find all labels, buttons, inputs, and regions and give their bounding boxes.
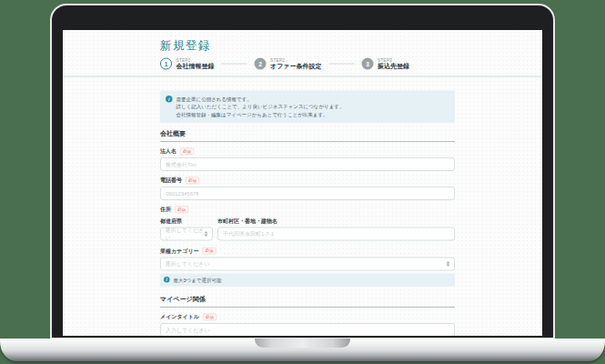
- step-3-name: 振込先登録: [378, 63, 409, 70]
- stepper-step-1[interactable]: 1 STEP1 会社情報登録: [160, 58, 215, 70]
- industry-hint: i 最大3つまで選択可能: [160, 274, 455, 288]
- prefecture-column: 都道府県 選択してください: [160, 214, 213, 241]
- prefecture-label: 都道府県: [160, 217, 213, 226]
- required-badge: 必須: [203, 314, 217, 321]
- stepper: 1 STEP1 会社情報登録 2 STEP2 オファー条件設定: [160, 58, 542, 70]
- step-1-circle: 1: [160, 58, 172, 70]
- stepper-connector: [222, 64, 247, 65]
- main-title-input[interactable]: [160, 323, 455, 336]
- step-3-text: STEP3 振込先登録: [378, 58, 409, 70]
- corporate-name-input[interactable]: [160, 157, 455, 171]
- step-2-circle: 2: [255, 58, 267, 70]
- street-label: 市町村区・番地・建物名: [217, 217, 455, 226]
- required-badge: 必須: [203, 248, 217, 255]
- page-header: 新規登録 1 STEP1 会社情報登録 2: [63, 30, 542, 70]
- section-title-mypage: マイページ関係: [160, 295, 455, 308]
- industry-label-text: 業種カテゴリー: [160, 248, 199, 256]
- intro-notice-line-2: 詳しく記入いただくことで、より良いビジネスチャンスにつながります。: [176, 103, 345, 111]
- laptop-display: 新規登録 1 STEP1 会社情報登録 2: [63, 30, 542, 336]
- corporate-name-label-text: 法人名: [160, 147, 176, 156]
- intro-notice-line-1: 需要企業に公開される情報です。: [176, 96, 345, 104]
- address-label: 住所 必須: [160, 206, 455, 214]
- prefecture-select[interactable]: 選択してください: [160, 228, 213, 241]
- required-badge: 必須: [175, 207, 188, 214]
- info-icon: i: [166, 96, 173, 103]
- corporate-name-label: 法人名 必須: [160, 147, 455, 156]
- main-title-label-text: メインタイトル: [160, 313, 199, 321]
- page-background: 新規登録 1 STEP1 会社情報登録 2: [0, 0, 605, 364]
- street-input[interactable]: [217, 228, 455, 241]
- stepper-connector: [328, 64, 354, 65]
- step-3-circle: 3: [361, 58, 373, 70]
- header-divider: [63, 76, 542, 77]
- industry-select[interactable]: 選択してください: [160, 258, 455, 271]
- phone-label: 電話番号 必須: [160, 177, 455, 185]
- page-title: 新規登録: [160, 37, 542, 53]
- required-badge: 必須: [186, 177, 199, 185]
- address-label-text: 住所: [160, 206, 171, 214]
- street-column: 市町村区・番地・建物名: [217, 214, 455, 241]
- required-badge: 必須: [180, 148, 194, 156]
- form-content: i 需要企業に公開される情報です。 詳しく記入いただくことで、より良いビジネスチ…: [160, 91, 455, 337]
- intro-notice: i 需要企業に公開される情報です。 詳しく記入いただくことで、より良いビジネスチ…: [160, 91, 455, 124]
- industry-hint-text: 最大3つまで選択可能: [174, 277, 222, 285]
- info-icon: i: [164, 277, 170, 283]
- stepper-step-3[interactable]: 3 STEP3 振込先登録: [361, 58, 409, 70]
- industry-select-value: 選択してください: [166, 260, 210, 268]
- chevron-updown-icon: [205, 231, 208, 237]
- main-title-label: メインタイトル 必須: [160, 313, 455, 321]
- chevron-updown-icon: [447, 261, 450, 267]
- laptop-screen-bezel: 新規登録 1 STEP1 会社情報登録 2: [50, 4, 555, 339]
- phone-label-text: 電話番号: [160, 177, 182, 185]
- step-1-text: STEP1 会社情報登録: [176, 58, 215, 70]
- laptop-hinge-notch: [255, 339, 350, 348]
- registration-page: 新規登録 1 STEP1 会社情報登録 2: [63, 30, 542, 336]
- phone-input[interactable]: [160, 187, 455, 200]
- address-row: 都道府県 選択してください 市町村区・番地・建物名: [160, 214, 455, 241]
- intro-notice-line-3: 会社情報登録・編集はマイページからあとで行うことが出来ます。: [176, 111, 345, 119]
- step-2-text: STEP2 オファー条件設定: [270, 58, 321, 70]
- step-1-name: 会社情報登録: [176, 63, 215, 70]
- prefecture-select-value: 選択してください: [166, 227, 205, 242]
- stepper-step-2[interactable]: 2 STEP2 オファー条件設定: [255, 58, 322, 70]
- intro-notice-text: 需要企業に公開される情報です。 詳しく記入いただくことで、より良いビジネスチャン…: [176, 96, 345, 119]
- step-2-name: オファー条件設定: [270, 63, 321, 70]
- industry-label: 業種カテゴリー 必須: [160, 248, 455, 256]
- section-title-company: 会社概要: [160, 129, 455, 142]
